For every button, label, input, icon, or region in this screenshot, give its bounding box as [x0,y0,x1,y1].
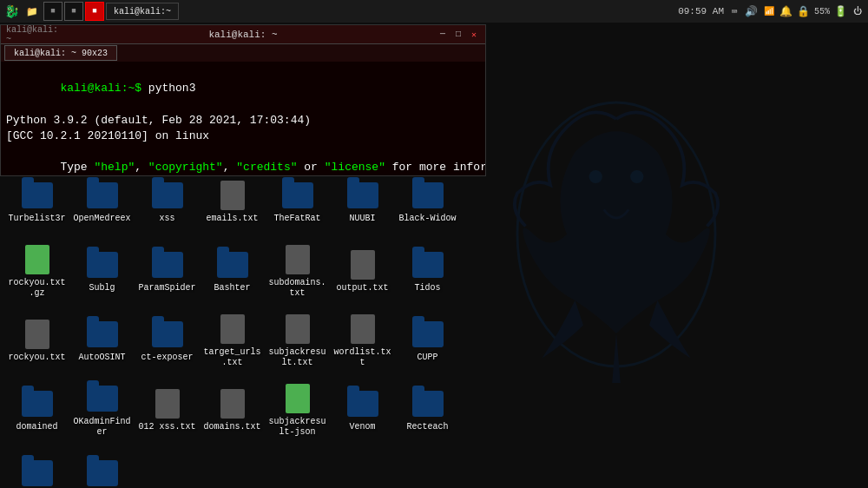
icon-label-domained: domained [16,422,57,432]
folder-icon-img [412,249,444,280]
desktop-icon-xss[interactable]: xss [135,168,200,235]
icon-label-nuubi: NUUBI [349,214,375,224]
icon-label-012-xss: 012 xss.txt [138,422,195,432]
desktop-icon-subdomains-txt[interactable]: subdomains.txt [265,237,330,305]
desktop-icon-thefatrat[interactable]: TheFatRat [265,168,330,235]
desktop-icon-sublg[interactable]: Sublg [69,237,135,305]
folder-icon-img [22,180,53,211]
icon-label-turbelist: Turbelist3r [8,214,65,224]
close-button[interactable]: ✕ [468,29,480,41]
terminal-command: python3 [141,82,195,95]
icon-label-subjackresult2: subjackresult-json [268,417,326,438]
file-green-icon-img [282,383,313,414]
terminal-window: kali@kali: ~ kali@kali: ~ ─ □ ✕ kali@kal… [0,24,486,176]
desktop-icon-wordlist-txt[interactable]: wordlist.txt [330,307,395,374]
terminal-tab-1[interactable]: kali@kali: ~ 90x23 [4,45,117,61]
file-icon-img [282,313,313,345]
desktop-icon-turbelist[interactable]: Turbelist3r [4,168,69,235]
terminal-window-title: kali@kali: ~ [208,30,277,40]
maximize-button[interactable]: □ [452,29,464,41]
desktop-icon-rockyou-gz[interactable]: rockyou.txt.gz [4,237,69,305]
desktop-icon-autosint[interactable]: AutoOSINT [69,307,135,374]
terminal-taskbar-button[interactable]: kali@kali:~ [106,3,179,20]
minimize-button[interactable]: ─ [437,29,449,41]
folder-icon-img [347,180,378,211]
icon-label-black-widow: Black-Widow [398,214,456,224]
desktop-icon-rockyou-txt[interactable]: rockyou.txt [4,307,69,374]
folder-icon-img [87,319,118,350]
desktop-icon-emails-txt[interactable]: emails.txt [200,168,265,235]
desktop-icon-output-txt[interactable]: output.txt [330,237,395,305]
help-keyword: "help" [94,161,135,174]
terminal-titlebar: kali@kali: ~ kali@kali: ~ ─ □ ✕ [1,25,485,44]
file-icon-img [22,319,53,350]
credits-keyword: "credits" [236,161,297,174]
folder-icon-img [87,383,118,414]
desktop-icon-vaf[interactable]: VAF [69,445,135,488]
icon-label-cupp: CUPP [417,353,437,363]
icon-label-paramspider: ParamSpider [138,283,195,293]
power-icon[interactable]: ⏻ [851,4,865,18]
icon-label-openmedreex: OpenMedreex [73,214,130,224]
battery-icon[interactable]: 🔋 [833,4,847,18]
taskbar-left: 🐉 📁 ■ ■ ■ kali@kali:~ [0,2,179,21]
more-info: for more information. [385,161,485,174]
file-icon-img [217,313,248,345]
desktop-icon-subjackresult[interactable]: subjackresult.txt [265,307,330,374]
terminal-body[interactable]: kali@kali:~$ python3 Python 3.9.2 (defau… [1,62,485,175]
bell-icon[interactable]: 🔔 [779,4,793,18]
desktop-icon-black-widow[interactable]: Black-Widow [395,168,460,235]
folder-icon-img [87,458,118,489]
terminal-line-2: Python 3.9.2 (default, Feb 28 2021, 17:0… [6,113,480,129]
comma-2: , [223,161,237,174]
desktop-icon-bashter[interactable]: Bashter [200,237,265,305]
icon-label-xss: xss [159,214,174,224]
desktop-icon-okadminfinder[interactable]: OKadminFinder [69,376,135,444]
desktop-icon-openmedreex[interactable]: OpenMedreex [69,168,135,235]
desktop-icon-recteach[interactable]: Recteach [395,376,460,444]
icon-label-recteach: Recteach [406,422,448,432]
files-taskbar-icon[interactable]: 📁 [23,2,42,21]
desktop-icon-subjackresult2[interactable]: subjackresult-json [265,376,330,444]
file-green-icon-img [22,244,53,275]
icon-label-rockyou-gz: rockyou.txt.gz [8,278,66,299]
desktop-icon-012-xss[interactable]: 012 xss.txt [135,376,200,444]
icon-label-domains-txt: domains.txt [203,422,260,432]
desktop-icon-tidos[interactable]: Tidos [395,237,460,305]
icon-label-autosint: AutoOSINT [78,353,125,363]
type-prefix: Type [60,161,94,174]
keyboard-icon[interactable]: ⌨ [727,4,741,18]
desktop-icon-nuubi[interactable]: NUUBI [330,168,395,235]
desktop-icon-paramspider[interactable]: ParamSpider [135,237,200,305]
terminal-taskbar-icon1[interactable]: ■ [43,2,62,21]
icon-label-subjackresult: subjackresult.txt [268,347,326,368]
icon-label-thefatrat: TheFatRat [273,214,320,224]
desktop-icon-dnscr[interactable]: DNScr [4,445,69,488]
volume-icon[interactable]: 🔊 [745,4,759,18]
terminal-line-4: Type "help", "copyright", "credits" or "… [6,144,480,175]
file-icon-img [217,388,248,419]
icon-label-venom: Venom [349,422,375,432]
kali-menu-icon[interactable]: 🐉 [2,2,21,21]
desktop-icon-cupp[interactable]: CUPP [395,307,460,374]
desktop-icon-ct-exposer[interactable]: ct-exposer [135,307,200,374]
taskbar-top: 🐉 📁 ■ ■ ■ kali@kali:~ 09:59 AM ⌨ 🔊 📶 🔔 🔒… [0,0,868,23]
lock-icon[interactable]: 🔒 [797,4,811,18]
icon-label-wordlist-txt: wordlist.txt [333,347,391,368]
battery-percentage: 55% [814,7,830,16]
terminal-taskbar-icon2[interactable]: ■ [64,2,83,21]
taskbar-right: 09:59 AM ⌨ 🔊 📶 🔔 🔒 55% 🔋 ⏻ [678,4,868,18]
folder-icon-img [152,180,183,211]
folder-icon-img [22,388,53,419]
desktop-icon-target-urls[interactable]: target_urls.txt [200,307,265,374]
desktop-icon-domains-txt[interactable]: domains.txt [200,376,265,444]
folder-icon-img [152,319,183,350]
file-icon-img [282,244,313,275]
app-icon-red[interactable]: ■ [85,2,104,21]
folder-icon-img [217,249,248,280]
icon-label-output-txt: output.txt [336,283,388,293]
icon-label-sublg: Sublg [89,283,115,293]
network-icon[interactable]: 📶 [762,4,776,18]
desktop-icon-venom[interactable]: Venom [330,376,395,444]
desktop-icon-domained[interactable]: domained [4,376,69,444]
